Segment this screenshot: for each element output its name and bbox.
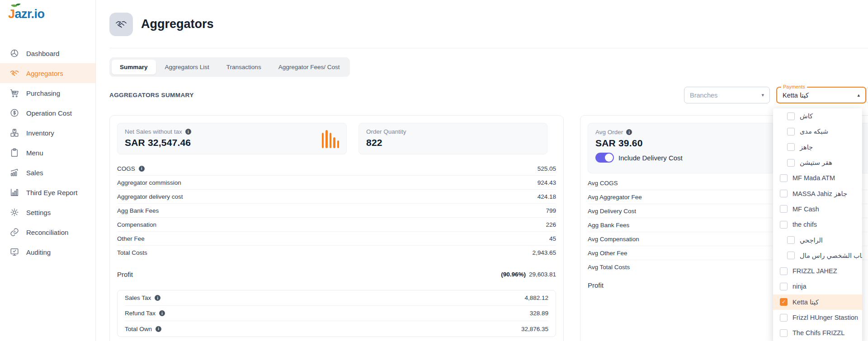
option-label: FRIZZL JAHEZ [793,267,837,275]
dropdown-option[interactable]: FRIZZL JAHEZ [773,263,862,279]
order-quantity-tile: Order Quantity 822 [359,123,547,154]
handshake-icon [115,18,127,31]
sidebar-item-aggregators[interactable]: Aggregators [0,63,95,83]
row-value: 924.43 [538,179,556,186]
page-title: Aggregators [141,17,214,31]
info-icon[interactable]: i [139,166,145,172]
profit-value: 29,603.81 [529,271,556,278]
sidebar-item-menu[interactable]: Menu [0,143,95,163]
tab-transactions[interactable]: Transactions [218,60,269,75]
checkbox[interactable] [787,128,795,135]
dropdown-option[interactable]: ninja [773,279,862,294]
option-label: Frizzl HUnger Stastion [793,314,858,321]
chevron-down-icon: ▾ [761,92,764,98]
report-icon [9,187,19,197]
option-label: MF Cash [793,206,819,213]
info-icon[interactable]: i [185,129,191,135]
clipped-select[interactable] [866,87,868,103]
option-label: the chifs [793,221,817,228]
sidebar-item-label: Settings [26,209,51,216]
dropdown-option[interactable]: هقر ستيشن [773,155,862,170]
tab-aggregator-fees-cost[interactable]: Aggregator Fees/ Cost [270,60,348,75]
dropdown-option[interactable]: MASSA Jahiz جاهز [773,186,862,201]
sidebar-item-third-eye-report[interactable]: Third Eye Report [0,182,95,202]
sidebar-item-operation-cost[interactable]: Operation Cost [0,103,95,123]
operation-cost-icon [9,108,19,118]
info-icon[interactable]: i [626,129,632,135]
payments-label: Payments [781,84,807,89]
sidebar-item-inventory[interactable]: Inventory [0,123,95,143]
dashboard-icon [9,48,19,58]
branches-select[interactable]: Branches ▾ [684,87,770,103]
dropdown-option[interactable]: شبكه مدى [773,124,862,139]
checkbox-checked[interactable]: ✓ [780,298,788,306]
row-label: Total Costs [117,249,147,256]
bar-chart-icon [322,129,340,148]
checkbox[interactable] [780,314,788,322]
checkbox[interactable] [780,174,788,182]
sidebar-item-label: Purchasing [26,89,60,97]
option-label: كاش [800,112,813,120]
sidebar-item-settings[interactable]: Settings [0,202,95,222]
info-icon[interactable]: i [155,295,160,301]
payments-select[interactable]: Payments Ketta كيتا ▴ [776,87,866,103]
row-label: Aggregator commission [117,179,181,186]
checkbox[interactable] [780,221,788,229]
sidebar-item-dashboard[interactable]: Dashboard [0,43,95,63]
purchasing-icon [9,88,19,98]
dropdown-option[interactable]: MF Cash [773,201,862,217]
checkbox[interactable] [787,143,795,151]
sidebar-item-label: Reconciliation [26,229,68,236]
net-sales-label: Net Sales without tax [125,128,182,135]
info-icon[interactable]: i [156,326,161,332]
profit-percent: (90.96%) [501,271,526,278]
sidebar-item-reconciliation[interactable]: Reconciliation [0,222,95,242]
checkbox[interactable] [787,112,795,120]
checkbox[interactable] [780,267,788,275]
sidebar-nav: Dashboard Aggregators Purchasing Operati… [0,43,95,262]
row-label: Agg Bank Fees [117,207,159,214]
brand-logo[interactable]: Jazr.io [8,7,95,21]
dropdown-option[interactable]: the chifs [773,217,862,232]
dropdown-option[interactable]: الراجحي [773,232,862,248]
payments-value: Ketta كيتا [783,92,809,99]
menu-icon [9,148,19,158]
sidebar-item-label: Auditing [26,248,51,256]
dropdown-option[interactable]: The Chifs FRIZZL [773,325,862,341]
dropdown-option-selected[interactable]: ✓Ketta كيتا [773,294,862,310]
info-icon[interactable]: i [159,310,165,316]
option-label: شبكه مدى [800,128,828,135]
sidebar-item-sales[interactable]: Sales [0,163,95,182]
order-quantity-value: 822 [366,137,406,148]
tab-summary[interactable]: Summary [112,60,156,75]
checkbox[interactable] [780,329,788,337]
include-delivery-cost-toggle[interactable] [595,153,614,163]
inventory-icon [9,128,19,138]
sidebar-item-auditing[interactable]: Auditing [0,242,95,262]
dropdown-option[interactable]: كاش [773,108,862,124]
row-label: Refund Tax [125,310,156,317]
checkbox[interactable] [787,236,795,244]
dropdown-option[interactable]: Frizzl HUnger Stastion [773,310,862,325]
checkbox[interactable] [787,252,795,259]
row-label: COGS [117,165,135,172]
row-label: Avg Total Costs [588,264,630,271]
row-label: Avg COGS [588,180,618,187]
table-row: Total Owni 32,876.35 [125,321,548,336]
checkbox[interactable] [780,283,788,290]
main-content: Aggregators Summary Aggregators List Tra… [96,0,868,341]
checkbox[interactable] [787,159,795,167]
sidebar-item-purchasing[interactable]: Purchasing [0,83,95,103]
dropdown-option[interactable]: MF Mada ATM [773,170,862,186]
brand-logo-rest: azr.io [15,7,45,21]
link-icon [9,227,19,237]
checkbox[interactable] [780,205,788,213]
dropdown-option[interactable]: جاهز [773,140,862,155]
row-label: Sales Tax [125,294,151,301]
row-value: 32,876.35 [521,326,548,332]
table-row: Agg Bank Fees 799 [117,204,556,218]
tab-aggregators-list[interactable]: Aggregators List [157,60,217,75]
aggregators-icon [9,68,19,78]
checkbox[interactable] [780,190,788,197]
dropdown-option[interactable]: حساب الشخصي راس مال [773,248,862,263]
